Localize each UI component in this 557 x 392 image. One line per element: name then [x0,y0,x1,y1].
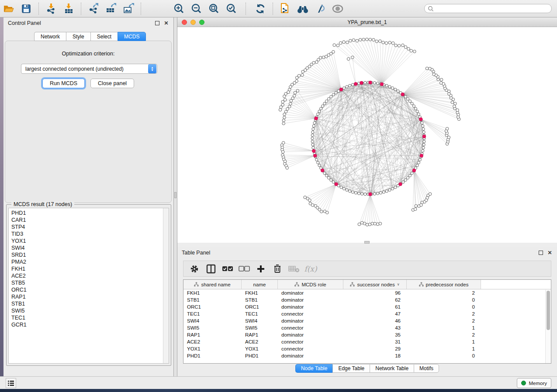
network-graph[interactable] [177,27,557,242]
save-session-icon[interactable] [20,2,33,15]
zoom-selected-icon[interactable] [225,2,238,15]
table-row[interactable]: TEC1TEC1connector472 [183,310,551,317]
tab-mcds[interactable]: MCDS [118,32,146,41]
optimization-criterion-select[interactable]: largest connected component (undirected)… [21,64,157,74]
mcds-result-item[interactable]: YOX1 [11,237,169,244]
column-header-predecessor-nodes[interactable]: predecessor nodes [407,280,481,289]
network-canvas[interactable] [177,27,557,242]
mcds-result-item[interactable]: FKH1 [11,265,169,272]
tab-motifs[interactable]: Motifs [414,364,439,373]
column-header-successor-nodes[interactable]: successor nodes∨ [343,280,407,289]
mcds-result-list[interactable]: PHD1CAR1STP4TID3YOX1SWI4SRD1PMA2FKH1ACE2… [8,208,169,364]
mcds-hub-node[interactable] [335,182,338,186]
mcds-result-item[interactable]: TEC1 [11,314,169,321]
column-header-MCDS-role[interactable]: MCDS role [278,280,343,289]
mcds-hub-node[interactable] [369,193,372,196]
run-mcds-button[interactable]: Run MCDS [42,79,85,88]
tab-edge-table[interactable]: Edge Table [332,364,370,373]
table-row[interactable]: ORC1ORC1dominator610 [183,303,551,310]
vertical-split-divider[interactable] [174,17,177,376]
table-row[interactable]: STB1STB1dominator620 [183,296,551,303]
import-table-icon[interactable] [62,2,75,15]
hide-labels-icon[interactable] [314,2,327,15]
mcds-result-item[interactable]: STB1 [11,300,169,307]
mcds-result-item[interactable]: STP4 [11,224,169,230]
close-panel-icon[interactable]: ✕ [163,21,169,26]
export-table-icon[interactable] [104,2,118,15]
gear-icon[interactable] [189,263,200,275]
refresh-icon[interactable] [254,2,267,15]
mcds-result-item[interactable]: GCR1 [11,321,169,328]
open-file-icon[interactable] [2,2,15,15]
table-row[interactable]: RAP1RAP1dominator352 [183,331,551,338]
delete-table-icon [288,263,300,275]
tab-network-table[interactable]: Network Table [370,364,414,373]
tab-node-table[interactable]: Node Table [295,364,333,373]
delete-icon[interactable] [272,263,283,275]
mcds-result-item[interactable]: PMA2 [11,258,169,265]
mcds-hub-node[interactable] [313,154,317,158]
mcds-hub-node[interactable] [399,182,402,186]
mcds-hub-node[interactable] [315,117,318,120]
float-table-panel-icon[interactable] [539,251,543,255]
export-image-icon[interactable] [122,2,135,15]
close-table-panel-icon[interactable]: ✕ [547,250,553,256]
mcds-result-item[interactable]: SWI5 [11,307,169,314]
task-history-button[interactable] [6,378,16,388]
table-row[interactable]: PHD1PHD1dominator180 [183,352,551,359]
column-header-shared-name[interactable]: shared name [183,280,242,289]
mcds-hub-node[interactable] [420,154,423,158]
mcds-result-item[interactable]: STB5 [11,279,169,286]
close-panel-button[interactable]: Close panel [90,79,134,88]
mcds-result-item[interactable]: CAR1 [11,217,169,224]
import-network-icon[interactable] [45,2,58,15]
mcds-result-item[interactable]: PHD1 [11,210,169,217]
export-network-icon[interactable] [87,2,100,15]
table-row[interactable]: ACE2ACE2connector311 [183,338,551,345]
table-row[interactable]: SWI4SWI4dominator462 [183,317,551,324]
mcds-result-item[interactable]: TID3 [11,230,169,237]
add-column-icon[interactable] [255,263,266,275]
binoculars-icon[interactable] [296,2,309,15]
mcds-result-item[interactable]: RAP1 [11,293,169,300]
mcds-hub-node[interactable] [312,149,315,153]
select-all-icon[interactable] [222,263,233,275]
mcds-result-item[interactable]: ACE2 [11,272,169,279]
deselect-all-icon[interactable] [239,263,250,275]
table-row[interactable]: FKH1FKH1dominator962 [183,289,551,296]
zoom-out-icon[interactable] [190,2,203,15]
mcds-hub-node[interactable] [401,93,405,96]
memory-button[interactable]: Memory [517,378,551,388]
mcds-result-item[interactable]: SWI4 [11,244,169,251]
mcds-hub-node[interactable] [369,81,372,84]
zoom-in-icon[interactable] [173,2,186,15]
shared-column-icon [194,282,199,287]
table-scrollbar[interactable] [545,290,550,363]
zoom-fit-icon[interactable] [208,2,221,15]
table-row[interactable]: SWI5SWI5connector431 [183,324,551,331]
memory-status-icon [521,381,526,385]
mcds-result-item[interactable]: SRD1 [11,251,169,258]
float-panel-icon[interactable] [155,21,159,25]
mcds-list-scrollbar[interactable] [163,208,169,363]
mcds-hub-node[interactable] [354,82,357,86]
split-columns-icon[interactable] [205,263,217,275]
network-window-titlebar[interactable]: YPA_prune.txt_1 [177,17,557,27]
horizontal-split-divider[interactable] [177,243,557,247]
table-row[interactable]: YOX1YOX1connector291 [183,345,551,352]
tab-network[interactable]: Network [34,32,66,41]
mcds-hub-node[interactable] [339,88,343,91]
mcds-hub-node[interactable] [422,135,426,138]
mcds-hub-node[interactable] [419,117,422,121]
network-document-icon[interactable] [279,2,292,15]
mcds-hub-node[interactable] [321,169,324,172]
tab-style[interactable]: Style [66,32,90,41]
mcds-result-item[interactable]: ORC1 [11,286,169,293]
tab-select[interactable]: Select [90,32,118,41]
mcds-hub-node[interactable] [380,83,384,86]
search-input[interactable] [424,4,552,13]
mcds-hub-node[interactable] [360,81,363,85]
mcds-hub-node[interactable] [412,169,416,172]
show-labels-icon[interactable] [331,2,344,15]
column-header-name[interactable]: name [242,280,278,289]
